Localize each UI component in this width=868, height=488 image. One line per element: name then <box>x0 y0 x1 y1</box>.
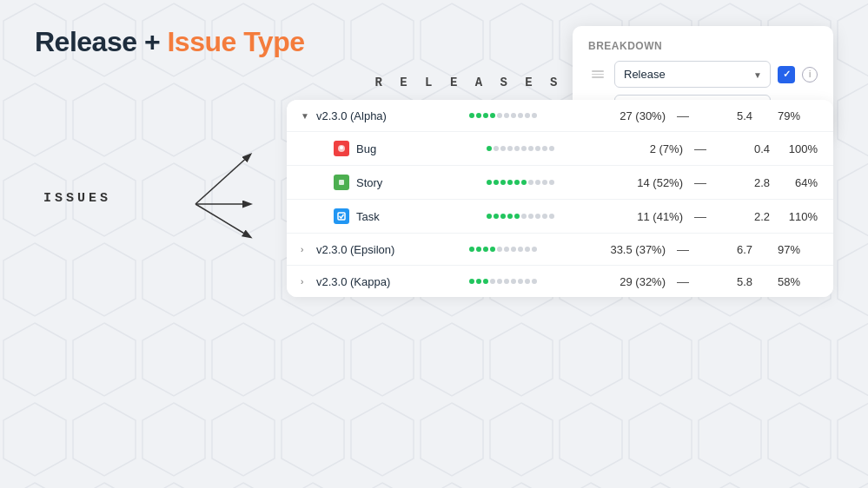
dash: — <box>683 209 718 223</box>
task-icon <box>334 208 349 224</box>
avg: 6.7 <box>700 243 752 256</box>
progress-bar <box>487 213 600 220</box>
avg: 2.2 <box>718 210 770 223</box>
count-pct: 11 (41%) <box>613 210 683 223</box>
row-name: Story <box>334 175 473 190</box>
title-plus: + <box>136 26 167 57</box>
progress-bar <box>469 112 582 119</box>
data-table: ▼ v2.3.0 (Alpha) 27 (30%) — 5.4 79% <box>287 100 833 297</box>
svg-line-2 <box>195 204 250 237</box>
breakdown-label: Breakdown <box>588 40 818 52</box>
completion: 58% <box>752 275 800 288</box>
dash: — <box>683 175 718 189</box>
dash: — <box>666 274 700 288</box>
dash: — <box>666 242 700 256</box>
count-pct: 27 (30%) <box>596 109 666 122</box>
issues-arrows-svg <box>35 100 287 291</box>
table-row: › v2.3.0 (Kappa) 29 (32%) — 5.8 58% <box>287 266 833 297</box>
bug-icon <box>334 141 349 156</box>
progress-bar <box>469 278 582 285</box>
story-icon <box>334 175 349 190</box>
row-name: Task <box>334 208 473 224</box>
row-name: Bug <box>334 141 473 156</box>
table-row: ▼ v2.3.0 (Alpha) 27 (30%) — 5.4 79% <box>287 100 833 132</box>
row-name: v2.3.0 (Kappa) <box>316 275 455 288</box>
expand-icon[interactable]: › <box>301 277 316 287</box>
svg-rect-6 <box>339 180 344 185</box>
table-row: Bug 2 (7%) — 0.4 100% <box>287 132 833 166</box>
row-name: v2.3.0 (Alpha) <box>316 109 455 122</box>
table-row: Story 14 (52%) — 2.8 64% <box>287 166 833 200</box>
releases-header: R E L E A S E S <box>35 76 833 89</box>
row-name: v2.3.0 (Epsilon) <box>316 243 455 256</box>
svg-line-0 <box>195 155 250 204</box>
count-pct: 14 (52%) <box>613 176 683 189</box>
table-row: Task 11 (41%) — 2.2 110% <box>287 200 833 234</box>
avg: 5.4 <box>700 109 752 122</box>
count-pct: 33.5 (37%) <box>596 243 666 256</box>
dash: — <box>683 142 718 155</box>
completion: 64% <box>770 176 818 189</box>
title-release: Release <box>35 26 136 57</box>
expand-icon[interactable]: › <box>301 245 316 254</box>
completion: 97% <box>752 243 800 256</box>
dash: — <box>666 109 700 122</box>
title-issue-type: Issue Type <box>167 26 304 57</box>
count-pct: 29 (32%) <box>596 275 666 288</box>
svg-rect-7 <box>338 213 345 220</box>
table-row: › v2.3.0 (Epsilon) 33.5 (37%) — 6.7 97% <box>287 234 833 266</box>
avg: 2.8 <box>718 176 770 189</box>
count-pct: 2 (7%) <box>613 142 683 155</box>
progress-bar <box>469 246 582 253</box>
avg: 5.8 <box>700 275 752 288</box>
completion: 100% <box>770 142 818 155</box>
expand-icon[interactable]: ▼ <box>301 111 316 121</box>
svg-point-5 <box>340 146 343 149</box>
completion: 110% <box>770 210 818 223</box>
completion: 79% <box>752 109 800 122</box>
progress-bar <box>487 179 600 186</box>
avg: 0.4 <box>718 142 770 155</box>
progress-bar <box>487 145 600 152</box>
